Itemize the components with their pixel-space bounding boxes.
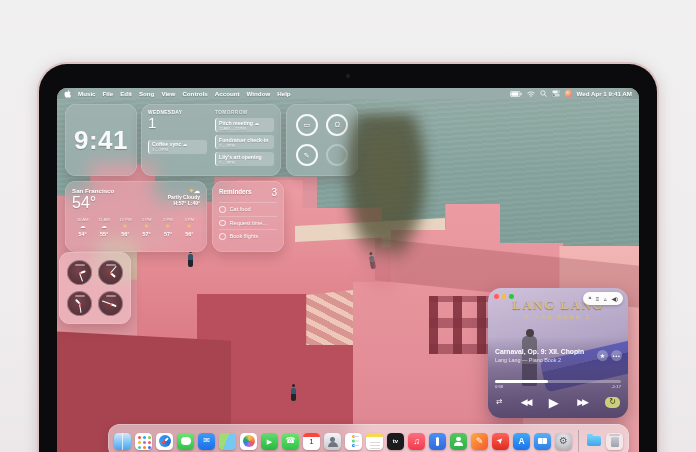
dock-icon-mail[interactable]: ✉ xyxy=(198,433,215,450)
dock-icon-notes[interactable] xyxy=(366,433,383,450)
clock-time: 9:41 xyxy=(74,125,128,156)
search-icon[interactable] xyxy=(540,90,547,97)
dock-icon-app-blue[interactable] xyxy=(429,433,446,450)
world-clock-widget[interactable] xyxy=(59,252,131,324)
control-center-icon[interactable] xyxy=(552,90,560,97)
reminder-item[interactable]: Cat food xyxy=(219,202,277,216)
dock-icon-launchpad[interactable] xyxy=(135,433,152,450)
dock-icon-reminders[interactable] xyxy=(345,433,362,450)
reminder-checkbox[interactable] xyxy=(219,233,226,240)
track-artist-album: Lang Lang — Piano Book 2 xyxy=(495,357,592,363)
previous-button[interactable]: ◀◀ xyxy=(521,398,531,407)
menu-song[interactable]: Song xyxy=(139,90,154,97)
dock-icon-settings[interactable]: ⚙ xyxy=(555,433,572,450)
dock-icon-messages[interactable] xyxy=(177,433,194,450)
calendar-event[interactable]: Lily's art opening 7 – 9PM xyxy=(215,152,274,166)
menu-help[interactable]: Help xyxy=(277,90,290,97)
reminder-checkbox[interactable] xyxy=(219,206,226,213)
dock-icon-facetime[interactable]: ▶ xyxy=(261,433,278,450)
zoom-button[interactable] xyxy=(509,294,514,299)
battery-icon[interactable] xyxy=(510,91,522,97)
dock-icon-tv[interactable]: tv xyxy=(387,433,404,450)
wifi-icon[interactable] xyxy=(527,91,535,97)
front-camera xyxy=(346,74,350,78)
queue-icon[interactable]: ≡ xyxy=(596,296,600,302)
hour-temp: 57° xyxy=(136,231,157,237)
hour-temp: 54° xyxy=(72,231,93,237)
more-options-button[interactable]: ••• xyxy=(611,350,622,361)
next-button[interactable]: ▶▶ xyxy=(577,398,587,407)
clock-city-label xyxy=(75,264,85,266)
calendar-date: 1 xyxy=(148,115,207,132)
reminder-item[interactable]: Request time... xyxy=(219,216,277,230)
reminder-item[interactable]: Book flights xyxy=(219,229,277,243)
calendar-event[interactable]: Pitch meeting ☁ 11AM – 12PM xyxy=(215,118,274,132)
hour-temp: 56° xyxy=(115,231,136,237)
dock-icon-books[interactable] xyxy=(534,433,551,450)
battery-ring-laptop: ▭ xyxy=(296,114,318,136)
analog-clock xyxy=(98,260,123,285)
dock-icon-safari[interactable] xyxy=(156,433,173,450)
dock-icon-calendar[interactable]: 1 xyxy=(303,433,320,450)
menu-controls[interactable]: Controls xyxy=(182,90,207,97)
dock-icon-trash[interactable] xyxy=(606,433,623,450)
menu-edit[interactable]: Edit xyxy=(120,90,132,97)
clock-widget[interactable]: 9:41 xyxy=(65,104,137,176)
dock-icon-app-orange[interactable]: ✎ xyxy=(471,433,488,450)
repeat-button[interactable]: ↻ xyxy=(605,397,620,408)
menu-account[interactable]: Account xyxy=(215,90,240,97)
favorite-star-button[interactable]: ★ xyxy=(597,350,608,361)
account-avatar[interactable] xyxy=(565,90,572,97)
dock-icon-contacts[interactable] xyxy=(324,433,341,450)
foreground-flower-blur xyxy=(357,236,405,298)
reminders-count-badge: 3 xyxy=(271,188,277,198)
dock-icon-app-store[interactable]: A xyxy=(513,433,530,450)
menu-bar: Music File Edit Song View Controls Accou… xyxy=(57,88,639,99)
dock-icon-phone[interactable]: ☎ xyxy=(282,433,299,450)
dock-icon-finder[interactable] xyxy=(114,433,131,450)
progress-bar[interactable] xyxy=(495,380,621,383)
elapsed-time: 0:58 xyxy=(495,384,503,389)
menu-bar-clock[interactable]: Wed Apr 1 9:41 AM xyxy=(577,90,632,97)
dock-icon-music[interactable]: ♫ xyxy=(408,433,425,450)
menu-file[interactable]: File xyxy=(103,90,114,97)
shuffle-button[interactable]: ⇄ xyxy=(496,398,502,406)
menu-window[interactable]: Window xyxy=(247,90,271,97)
event-time: 1 – 2PM xyxy=(152,147,204,152)
weather-hi-lo: H:57° L:49° xyxy=(168,200,200,206)
calendar-widget[interactable]: WEDNESDAY 1 Coffee sync ☁ 1 – 2PM TOMORR… xyxy=(141,104,281,176)
calendar-tomorrow-label: TOMORROW xyxy=(215,110,274,115)
reminders-widget[interactable]: Reminders 3 Cat food Request time... Boo… xyxy=(212,181,284,252)
airplay-icon[interactable]: ▵ xyxy=(604,296,607,302)
minimize-button[interactable] xyxy=(502,294,507,299)
calendar-event[interactable]: Fundraiser check-in 2 – 3PM xyxy=(215,135,274,149)
analog-clock xyxy=(67,291,92,316)
music-mini-player[interactable]: LANG LANG PIANO BOOK 2 ❝ ≡ ▵ ◀) Carna xyxy=(488,288,628,418)
calendar-event[interactable]: Coffee sync ☁ 1 – 2PM xyxy=(148,140,207,154)
menu-view[interactable]: View xyxy=(161,90,175,97)
laptop-icon: ▭ xyxy=(303,121,310,128)
volume-icon[interactable]: ◀) xyxy=(611,296,618,302)
dock-icon-files-folder[interactable] xyxy=(585,433,602,450)
player-toolbar: ❝ ≡ ▵ ◀) xyxy=(583,292,623,305)
play-button[interactable]: ▶ xyxy=(549,396,559,409)
dock-icon-app-red[interactable]: ➤ xyxy=(492,433,509,450)
weather-temperature: 54° xyxy=(72,194,114,212)
music-progress-fill xyxy=(495,380,548,383)
close-button[interactable] xyxy=(494,294,499,299)
event-time: 7 – 9PM xyxy=(219,160,271,165)
hour-temp: 57° xyxy=(157,231,178,237)
dock-icon-maps[interactable] xyxy=(219,433,236,450)
weather-city: San Francisco xyxy=(72,187,114,194)
weather-widget[interactable]: San Francisco 54° ☀☁ Partly Cloudy H:57°… xyxy=(65,181,207,252)
lyrics-icon[interactable]: ❝ xyxy=(588,296,591,302)
dancer-figure xyxy=(291,388,296,401)
dock-icon-app-green[interactable] xyxy=(450,433,467,450)
hour-temp: 55° xyxy=(93,231,114,237)
clock-city-label xyxy=(106,264,116,266)
menu-music[interactable]: Music xyxy=(78,90,96,97)
dock-icon-photos[interactable] xyxy=(240,433,257,450)
apple-menu-icon[interactable] xyxy=(64,90,71,98)
event-time: 2 – 3PM xyxy=(219,143,271,148)
reminder-checkbox[interactable] xyxy=(219,220,226,227)
